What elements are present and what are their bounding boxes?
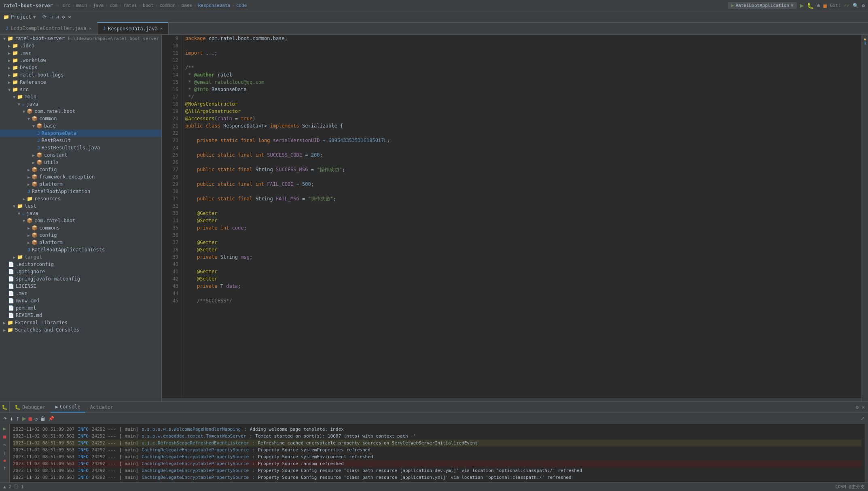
- close-console-icon[interactable]: ✕: [862, 404, 865, 410]
- console-tab[interactable]: ▶ Console: [51, 402, 85, 412]
- collapse-icon[interactable]: ⊟: [50, 14, 53, 20]
- debug-tab[interactable]: 🐛 Debugger: [10, 402, 51, 412]
- stop-button[interactable]: ■: [824, 2, 827, 9]
- tab-response-data[interactable]: J ResponseData.java ×: [97, 22, 169, 34]
- settings-console-icon[interactable]: ⚙: [856, 404, 859, 410]
- tree-item-main[interactable]: ▼ 📁 main: [0, 93, 161, 100]
- error-dot: ●: [3, 458, 6, 463]
- tree-item-platform[interactable]: ▶ 📦 platform: [0, 181, 161, 188]
- file-icon: 📄: [8, 298, 14, 304]
- resume-icon[interactable]: ▶: [22, 414, 26, 422]
- tree-item-config[interactable]: ▶ 📦 config: [0, 166, 161, 173]
- tree-item-mvnw-cmd[interactable]: 📄 mvnw.cmd: [0, 297, 161, 304]
- tree-item-reference[interactable]: ▶ 📁 Reference: [0, 79, 161, 86]
- tree-item-src[interactable]: ▼ 📁 src: [0, 86, 161, 93]
- debug-panel-left: 🐛: [0, 402, 10, 412]
- tree-item-utils[interactable]: ▶ 📦 utils: [0, 159, 161, 166]
- coverage-button[interactable]: ⊙: [817, 3, 820, 9]
- project-dropdown-icon[interactable]: ▼: [33, 14, 36, 20]
- right-gutter: ▲ ℹ: [862, 35, 868, 401]
- horizontal-scrollbar[interactable]: [162, 398, 862, 401]
- folder-icon: 📁: [12, 72, 18, 78]
- chevron-right-icon: ▶: [28, 168, 30, 172]
- java-file-icon: J: [28, 247, 30, 253]
- tree-item-test-commons[interactable]: ▶ 📦 commons: [0, 224, 161, 232]
- tree-item-ratelbootapplication[interactable]: J RatelBootApplication: [0, 188, 161, 195]
- filter-icon[interactable]: ⊞: [56, 14, 59, 20]
- tree-item-java[interactable]: ▼ ☕ java: [0, 100, 161, 108]
- tree-item-scratches[interactable]: ▶ 📁 Scratches and Consoles: [0, 326, 161, 334]
- debug-tab-label: Debugger: [22, 404, 46, 410]
- step2-side-icon[interactable]: ↓: [3, 450, 6, 456]
- tree-label: base: [44, 123, 56, 129]
- project-tree: ▼ 📁 ratel-boot-server E:\IdeaWorkSpace\r…: [0, 35, 161, 401]
- tree-item-common[interactable]: ▼ 📦 common: [0, 115, 161, 122]
- step-side-icon[interactable]: ↷: [3, 442, 6, 448]
- tree-item-responsedata[interactable]: J ResponseData: [0, 130, 161, 137]
- console-scrollbar[interactable]: [865, 424, 868, 482]
- tree-item-framework-exception[interactable]: ▶ 📦 framework.exception: [0, 173, 161, 181]
- tree-item-constant[interactable]: ▶ 📦 constant: [0, 151, 161, 159]
- tree-item-license[interactable]: 📄 LICENSE: [0, 283, 161, 290]
- rerun-icon[interactable]: ↺: [34, 415, 38, 422]
- tree-item-pom[interactable]: 📄 pom.xml: [0, 304, 161, 312]
- tree-item-resources[interactable]: ▶ 📁 resources: [0, 195, 161, 202]
- actuator-tab[interactable]: Actuator: [85, 402, 119, 412]
- tree-item-readme[interactable]: 📄 README.md: [0, 312, 161, 319]
- step-into-icon[interactable]: ↓: [10, 414, 14, 422]
- tree-item-test-java[interactable]: ▼ ☕ java: [0, 210, 161, 217]
- tree-item-springjava[interactable]: 📄 springjavaformatconfig: [0, 275, 161, 283]
- code-area: 910111213 1415161718 1920212223 24252627…: [162, 35, 862, 398]
- tree-item-mvn[interactable]: ▶ 📁 .mvn: [0, 49, 161, 57]
- tree-item-ratel-boot-server[interactable]: ▼ 📁 ratel-boot-server E:\IdeaWorkSpace\r…: [0, 35, 161, 42]
- tree-item-external-libraries[interactable]: ▶ 📁 External Libraries: [0, 319, 161, 326]
- tree-item-target[interactable]: ▶ 📁 target: [0, 253, 161, 261]
- run-config-selector[interactable]: ▶ RatelBootApplication ▼: [728, 2, 797, 9]
- settings-icon-2[interactable]: ⚙: [62, 14, 65, 20]
- java-file-icon: J: [37, 138, 40, 143]
- tree-item-test-config[interactable]: ▶ 📦 config: [0, 232, 161, 239]
- tree-item-test[interactable]: ▼ 📁 test: [0, 202, 161, 210]
- file-icon: 📄: [8, 269, 14, 274]
- run-button[interactable]: ▶: [800, 2, 804, 9]
- tree-item-workflow[interactable]: ▶ 📁 .workflow: [0, 57, 161, 64]
- stop-side-icon[interactable]: ■: [3, 434, 6, 440]
- tree-item-restresult[interactable]: J RestResult: [0, 137, 161, 144]
- code-text[interactable]: package com.ratel.boot.common.base; impo…: [182, 35, 862, 398]
- tree-item-mvn-file[interactable]: 📄 .mvn: [0, 290, 161, 297]
- tab-lcdp-controller[interactable]: J LcdpExampleController.java ×: [0, 22, 97, 34]
- tree-item-test-platform[interactable]: ▶ 📦 platform: [0, 239, 161, 246]
- tree-label: External Libraries: [15, 320, 68, 325]
- tree-item-base[interactable]: ▼ 📦 base: [0, 122, 161, 130]
- package-icon: 📦: [32, 167, 38, 172]
- tree-item-ratel-boot-logs[interactable]: ▶ 📁 ratel-boot-logs: [0, 71, 161, 79]
- folder-icon: 📁: [17, 254, 23, 260]
- tree-item-idea[interactable]: ▶ 📁 .idea: [0, 42, 161, 49]
- tree-item-test-com-ratel-boot[interactable]: ▼ 📦 com.ratel.boot: [0, 217, 161, 224]
- debug-run-button[interactable]: 🐛: [807, 2, 814, 9]
- chevron-right-icon: ▶: [23, 197, 25, 201]
- pin-icon[interactable]: 📌: [48, 416, 54, 421]
- tree-item-com-ratel-boot[interactable]: ▼ 📦 com.ratel.boot: [0, 108, 161, 115]
- tree-item-restresultutils[interactable]: J RestResultUtils.java: [0, 144, 161, 151]
- clear-icon[interactable]: 🗑: [40, 415, 46, 422]
- step-over-icon[interactable]: ↷: [3, 414, 7, 422]
- tab-close-1[interactable]: ×: [89, 26, 91, 31]
- stop-debug-icon[interactable]: ■: [29, 415, 32, 422]
- expand-console-icon[interactable]: ⤢: [861, 416, 865, 421]
- settings-icon[interactable]: ⚙: [862, 3, 865, 9]
- tab-close-2[interactable]: ×: [160, 26, 163, 31]
- tree-item-editorconfig[interactable]: 📄 .editorconfig: [0, 261, 161, 268]
- run-dot[interactable]: ↑: [3, 465, 6, 471]
- tree-item-devops[interactable]: ▶ 📁 DevOps: [0, 64, 161, 71]
- sync-icon[interactable]: ⟳: [42, 14, 47, 20]
- tree-item-test-app[interactable]: J RatelBootApplicationTests: [0, 246, 161, 253]
- tree-item-gitignore[interactable]: 📄 .gitignore: [0, 268, 161, 275]
- search-icon[interactable]: 🔍: [853, 3, 859, 9]
- tree-label: ratel-boot-logs: [20, 72, 64, 78]
- step-out-icon[interactable]: ↑: [16, 414, 20, 422]
- close-panel-icon[interactable]: ✕: [68, 14, 71, 20]
- play-side-icon[interactable]: ▶: [3, 426, 6, 431]
- tree-label: config: [39, 232, 57, 238]
- status-bar: ▲ 2 ⓘ 1 CDSM @主分支: [0, 482, 868, 491]
